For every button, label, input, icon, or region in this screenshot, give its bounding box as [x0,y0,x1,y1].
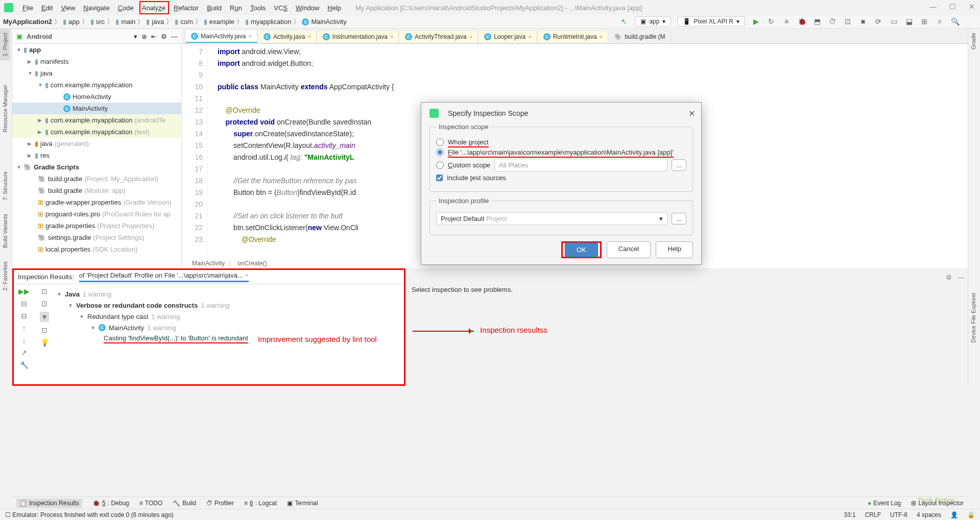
hide-icon[interactable]: — [958,274,965,281]
include-test-checkbox[interactable]: Include test sources [436,174,686,182]
cursor-position[interactable]: 33:1 [844,511,855,518]
sdk-icon[interactable]: ⬓ [904,17,914,26]
menu-refactor[interactable]: Refactor [170,2,203,14]
crumb[interactable]: MyApplication2 [3,18,52,26]
stop-icon[interactable]: ≡ [782,17,791,26]
rail-gradle[interactable]: Gradle [968,29,978,54]
rail-project[interactable]: 1: Project [0,29,10,60]
rerun-icon[interactable]: ▶▶ [18,287,30,295]
expand-icon[interactable]: ⊟ [21,300,27,308]
inspection-tab[interactable]: of 'Project Default' Profile on File '..… [79,271,249,282]
ellipsis-button[interactable]: ... [672,213,686,225]
crumb[interactable]: com [180,18,193,26]
tab-debug[interactable]: 🐞 5: Debug [92,500,129,507]
close-icon[interactable]: × [248,33,251,39]
menu-run[interactable]: Run [226,2,246,14]
editor-breadcrumb[interactable]: MainActivity 〉 onCreate() [192,259,267,268]
menu-view[interactable]: View [57,2,79,14]
run-icon[interactable]: ▶ [751,17,760,26]
tab-inspection-results[interactable]: 📋 Inspection Results [16,499,82,508]
layout-icon[interactable]: ⌗ [935,17,944,26]
attach-icon[interactable]: ⊡ [843,17,852,26]
ok-button[interactable]: OK [565,242,598,257]
next-icon[interactable]: ↓ [22,336,26,344]
shrink-icon[interactable]: ⊡ [41,326,47,334]
menu-code[interactable]: Code [114,2,138,14]
crumb[interactable]: example [209,18,234,26]
tab-logcat[interactable]: ≡ 6: Logcat [244,500,277,507]
hammer-icon[interactable]: ↖ [619,17,629,26]
ellipsis-button[interactable]: ... [672,159,686,171]
maximize-icon[interactable]: ☐ [949,3,956,11]
tab-todo[interactable]: ≡ TODO [139,500,162,507]
menu-file[interactable]: File [18,2,37,14]
coverage-icon[interactable]: ⬒ [812,17,822,26]
line-ending[interactable]: CRLF [865,511,881,518]
crumb[interactable]: myapplication [251,18,292,26]
collapse-icon[interactable]: ⊟ [21,312,27,320]
apply-icon[interactable]: ↻ [767,17,776,26]
rail-devfs[interactable]: Device File Explorer [968,288,978,346]
tab-buildgradle[interactable]: 🐘build.gradle (M [609,31,671,42]
avd-icon[interactable]: ▭ [889,17,898,26]
rail-fav[interactable]: 2: Favorites [0,257,10,294]
crumb[interactable]: src [96,18,105,26]
export-icon[interactable]: ↗ [21,349,27,357]
group-icon[interactable]: ⊡ [41,287,47,295]
cancel-button[interactable]: Cancel [607,241,651,258]
radio-custom[interactable]: Custom scope All Places ... [436,159,686,171]
collapse-icon[interactable]: ⇤ [151,33,157,40]
tab-activitythread[interactable]: CActivityThread.java× [400,31,478,42]
tab-event-log[interactable]: ● Event Log [868,500,901,507]
tab-terminal[interactable]: ▣ Terminal [287,500,318,507]
minimize-icon[interactable]: — [929,3,937,11]
scope-combo[interactable]: All Places [494,159,667,171]
lock-icon[interactable]: 🔒 [967,511,975,518]
hide-icon[interactable]: — [171,33,178,40]
crumb[interactable]: java [152,18,164,26]
close-icon[interactable]: ✕ [688,109,695,118]
crumb[interactable]: main [121,18,135,26]
run-config-combo[interactable]: ▣ app ▾ [635,16,671,27]
rail-struct[interactable]: 7: Structure [0,167,10,205]
inspection-tree[interactable]: ▼Java 1 warning ▼Verbose or redundant co… [55,284,404,384]
menu-navigate[interactable]: Navigate [79,2,113,14]
profile-icon[interactable]: ⏱ [828,17,837,26]
gear-icon[interactable]: ⚙ [161,33,167,40]
indent[interactable]: 4 spaces [917,511,941,518]
profile-combo[interactable]: Project Default Project▾ [436,212,667,225]
gear-icon[interactable]: ⚙ [946,274,952,281]
settings-icon[interactable]: 🔧 [20,361,29,369]
rail-resmgr[interactable]: Resource Manager [0,81,10,137]
encoding[interactable]: UTF-8 [890,511,907,518]
crumb[interactable]: MainActivity [311,18,346,26]
tab-mainactivity[interactable]: CMainActivity.java× [186,31,257,43]
filter-icon[interactable]: ⊡ [41,300,47,308]
menu-window[interactable]: Window [292,2,323,14]
menu-help[interactable]: Help [323,2,345,14]
debug-icon[interactable]: 🐞 [797,17,806,26]
struct-icon[interactable]: ⊞ [920,17,929,26]
funnel-icon[interactable]: ▼ [40,312,49,322]
radio-whole-project[interactable]: Whole project [436,138,686,146]
rail-build[interactable]: Build Variants [0,210,10,252]
close-icon[interactable]: ✕ [969,3,975,11]
project-tree[interactable]: ▼▮app ▶▮manifests ▼▮java ▼▮com.example.m… [12,44,182,268]
target-icon[interactable]: ⊕ [141,33,147,40]
sync-icon[interactable]: ⟳ [874,17,883,26]
bulb-icon[interactable]: 💡 [40,338,49,346]
inspect-icon[interactable]: 👤 [950,511,958,518]
tab-looper[interactable]: CLooper.java× [479,31,537,42]
tab-instrumentation[interactable]: CInstrumentation.java× [318,31,399,42]
crumb[interactable]: app [68,18,80,26]
help-button[interactable]: Help [656,241,693,258]
radio-file[interactable]: File '...\app\src\main\java\com\example\… [436,148,686,156]
tab-activity[interactable]: CActivity.java× [258,31,317,42]
menu-build[interactable]: Build [203,2,226,14]
tab-runtimeinit[interactable]: CRuntimeInit.java× [538,31,608,42]
tab-profiler[interactable]: ⏱ Profiler [206,500,234,507]
menu-vcs[interactable]: VCS [270,2,292,14]
tab-build[interactable]: 🔨 Build [173,500,196,507]
prev-icon[interactable]: ↑ [22,324,26,332]
device-combo[interactable]: 📱 Pixel XL API R ▾ [677,16,745,27]
